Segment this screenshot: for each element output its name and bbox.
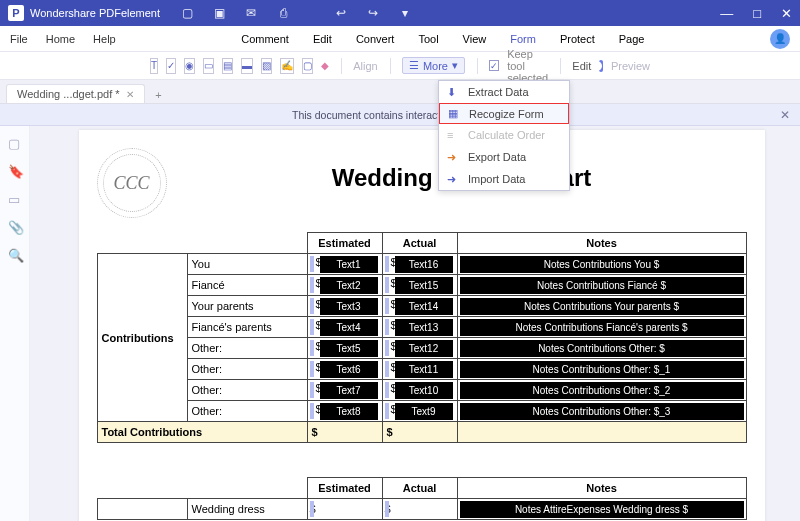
checkbox-tool-icon[interactable]: ✓ bbox=[166, 58, 176, 74]
cell-notes[interactable]: Notes Contributions Other: $_3 bbox=[457, 401, 746, 422]
menu-page[interactable]: Page bbox=[619, 33, 645, 45]
dropdown-item-label: Export Data bbox=[468, 151, 526, 163]
cell-estimated[interactable]: $ 1Text2 bbox=[307, 275, 382, 296]
cell-notes[interactable]: Notes Contributions Fiancé's parents $ bbox=[457, 317, 746, 338]
dropdown-item-extract-data[interactable]: ⬇Extract Data bbox=[439, 81, 569, 103]
edit-label: Edit bbox=[572, 60, 591, 72]
more-button[interactable]: ☰ More ▾ bbox=[402, 57, 465, 74]
cell-actual[interactable]: $ bbox=[382, 499, 457, 520]
cell-notes[interactable]: Notes Contributions Other: $_1 bbox=[457, 359, 746, 380]
list-tool-icon[interactable]: ▤ bbox=[222, 58, 233, 74]
titlebar: P Wondershare PDFelement ▢ ▣ ✉ ⎙ ↩ ↪ ▾ —… bbox=[0, 0, 800, 26]
cell-notes[interactable]: Notes Contributions Other: $_2 bbox=[457, 380, 746, 401]
tab-wedding-budget[interactable]: Wedding ...dget.pdf * ✕ bbox=[6, 84, 145, 103]
user-avatar-icon[interactable]: 👤 bbox=[770, 29, 790, 49]
cell-actual[interactable]: $Text14 bbox=[382, 296, 457, 317]
menu-protect[interactable]: Protect bbox=[560, 33, 595, 45]
radio-tool-icon[interactable]: ◉ bbox=[184, 58, 195, 74]
menu-file[interactable]: File bbox=[10, 33, 28, 45]
dropdown-item-icon: ≡ bbox=[447, 129, 460, 141]
dropdown-item-import-data[interactable]: ➜Import Data bbox=[439, 168, 569, 190]
menu-view[interactable]: View bbox=[463, 33, 487, 45]
menu-form[interactable]: Form bbox=[510, 33, 536, 45]
dropdown-item-export-data[interactable]: ➜Export Data bbox=[439, 146, 569, 168]
edit-preview-toggle[interactable] bbox=[599, 60, 603, 72]
cell-actual[interactable]: $Text13 bbox=[382, 317, 457, 338]
menu-home[interactable]: Home bbox=[46, 33, 75, 45]
cell-estimated[interactable]: $Text4 bbox=[307, 317, 382, 338]
col-estimated: Estimated bbox=[307, 233, 382, 254]
table-row: Other:$Text7$Text10Notes Contributions O… bbox=[97, 380, 746, 401]
open-icon[interactable]: ▢ bbox=[180, 6, 194, 20]
cell-actual[interactable]: $Text12 bbox=[382, 338, 457, 359]
bookmark-icon[interactable]: 🔖 bbox=[8, 164, 22, 178]
cell-estimated[interactable]: $Text8 bbox=[307, 401, 382, 422]
keep-tool-checkbox[interactable]: ✓ bbox=[489, 60, 499, 71]
cell-estimated[interactable]: $ 9Text1 bbox=[307, 254, 382, 275]
preview-label: Preview bbox=[611, 60, 650, 72]
combo-tool-icon[interactable]: ▭ bbox=[203, 58, 214, 74]
dropdown-item-label: Recogize Form bbox=[469, 108, 544, 120]
row-label: Other: bbox=[187, 338, 307, 359]
cell-estimated[interactable]: $Text3 bbox=[307, 296, 382, 317]
undo-icon[interactable]: ↩ bbox=[334, 6, 348, 20]
print-icon[interactable]: ⎙ bbox=[276, 6, 290, 20]
more-label: More bbox=[423, 60, 448, 72]
cell-estimated[interactable]: $ bbox=[307, 499, 382, 520]
cell-notes[interactable]: Notes Contributions You $ bbox=[457, 254, 746, 275]
cell-notes[interactable]: Notes Contributions Other: $ bbox=[457, 338, 746, 359]
close-button[interactable]: ✕ bbox=[781, 6, 792, 21]
dropdown-item-recogize-form[interactable]: ▦Recogize Form bbox=[439, 103, 569, 124]
button-tool-icon[interactable]: ▬ bbox=[241, 58, 253, 74]
dropdown-icon[interactable]: ▾ bbox=[398, 6, 412, 20]
cell-actual[interactable]: $Text10 bbox=[382, 380, 457, 401]
row-label: Other: bbox=[187, 359, 307, 380]
table-row: Other:$Text8$Text9Notes Contributions Ot… bbox=[97, 401, 746, 422]
info-bar: This document contains interactive form … bbox=[0, 104, 800, 126]
seal-logo: CCC bbox=[97, 148, 167, 218]
page-title: Wedding Budget Chart bbox=[97, 148, 747, 192]
save-icon[interactable]: ▣ bbox=[212, 6, 226, 20]
image-tool-icon[interactable]: ▧ bbox=[261, 58, 272, 74]
eraser-tool-icon[interactable]: ◆ bbox=[321, 58, 329, 74]
rowgroup-attire bbox=[97, 499, 187, 520]
mail-icon[interactable]: ✉ bbox=[244, 6, 258, 20]
minimize-button[interactable]: — bbox=[720, 6, 733, 21]
cell-estimated[interactable]: $Text7 bbox=[307, 380, 382, 401]
attachment-icon[interactable]: 📎 bbox=[8, 220, 22, 234]
search-icon[interactable]: 🔍 bbox=[8, 248, 22, 262]
cell-estimated[interactable]: $Text5 bbox=[307, 338, 382, 359]
maximize-button[interactable]: □ bbox=[753, 6, 761, 21]
cell-actual[interactable]: $Text15 bbox=[382, 275, 457, 296]
comment-panel-icon[interactable]: ▭ bbox=[8, 192, 22, 206]
menu-tool[interactable]: Tool bbox=[418, 33, 438, 45]
date-tool-icon[interactable]: ▢ bbox=[302, 58, 313, 74]
table-row: Fiancé's parents$Text4$Text13Notes Contr… bbox=[97, 317, 746, 338]
cell-actual[interactable]: $Text9 bbox=[382, 401, 457, 422]
infobar-close-icon[interactable]: ✕ bbox=[780, 108, 790, 122]
thumbnail-icon[interactable]: ▢ bbox=[8, 136, 22, 150]
cell-estimated[interactable]: $Text6 bbox=[307, 359, 382, 380]
app-name: Wondershare PDFelement bbox=[30, 7, 160, 19]
add-tab-button[interactable]: + bbox=[151, 87, 167, 103]
redo-icon[interactable]: ↪ bbox=[366, 6, 380, 20]
cell-notes[interactable]: Notes Contributions Fiancé $ bbox=[457, 275, 746, 296]
cell-notes[interactable]: Notes Contributions Your parents $ bbox=[457, 296, 746, 317]
cell-actual[interactable]: $Text11 bbox=[382, 359, 457, 380]
dropdown-item-calculate-order: ≡Calculate Order bbox=[439, 124, 569, 146]
budget-table-2: Estimated Actual Notes Wedding dress$$No… bbox=[97, 477, 747, 520]
pdf-page: CCC Wedding Budget Chart Estimated Actua… bbox=[79, 130, 765, 521]
col-actual-2: Actual bbox=[382, 478, 457, 499]
menu-comment[interactable]: Comment bbox=[241, 33, 289, 45]
menu-help[interactable]: Help bbox=[93, 33, 116, 45]
text-field-icon[interactable]: T bbox=[150, 58, 158, 74]
cell-notes[interactable]: Notes AttireExpenses Wedding dress $ bbox=[457, 499, 746, 520]
signature-tool-icon[interactable]: ✍ bbox=[280, 58, 294, 74]
cell-actual[interactable]: $Text16 bbox=[382, 254, 457, 275]
table-row: Fiancé$ 1Text2$Text15Notes Contributions… bbox=[97, 275, 746, 296]
menu-convert[interactable]: Convert bbox=[356, 33, 395, 45]
tab-close-icon[interactable]: ✕ bbox=[126, 89, 134, 100]
col-notes-2: Notes bbox=[457, 478, 746, 499]
menu-edit[interactable]: Edit bbox=[313, 33, 332, 45]
canvas[interactable]: CCC Wedding Budget Chart Estimated Actua… bbox=[30, 126, 800, 521]
